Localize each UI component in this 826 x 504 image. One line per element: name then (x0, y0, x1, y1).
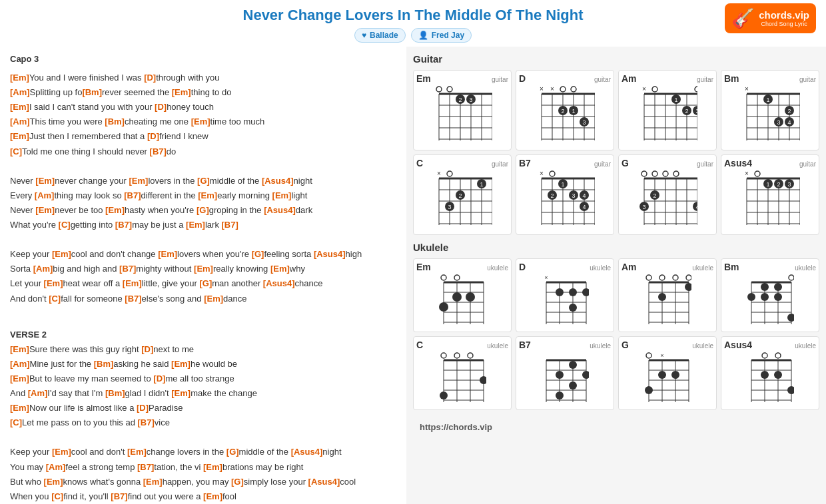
chord-c-guitar: C guitar × (413, 154, 512, 235)
svg-text:2: 2 (458, 97, 462, 103)
svg-text:1: 1 (674, 97, 677, 103)
svg-text:3: 3 (642, 204, 645, 210)
guitar-chords-grid: Em guitar (413, 70, 819, 235)
chord-g-guitar: G guitar (618, 154, 717, 235)
svg-point-12 (447, 87, 452, 92)
svg-text:1: 1 (766, 181, 769, 188)
svg-point-261 (774, 293, 782, 301)
svg-text:×: × (745, 170, 749, 177)
svg-text:3: 3 (695, 108, 697, 115)
song-title: Never Change Lovers In The Middle Of The… (0, 7, 826, 24)
svg-point-330 (762, 353, 767, 358)
svg-point-258 (774, 283, 782, 291)
lyrics-line: You may [Am]feel a strong temp [B7]tatio… (10, 460, 396, 475)
header: Never Change Lovers In The Middle Of The… (0, 0, 826, 47)
lyrics-line: [Em]Sure there was this guy right [D]nex… (10, 342, 396, 357)
header-badges: ♥ Ballade 👤 Fred Jay (0, 28, 826, 43)
lyrics-line: [Em]Now our life is almost like a [D]Par… (10, 401, 396, 415)
chords-panel-footer: https://chords.vip (413, 417, 819, 435)
genre-badge: ♥ Ballade (354, 28, 406, 43)
svg-text:×: × (544, 274, 548, 281)
svg-text:2: 2 (561, 108, 564, 115)
chord-bm-guitar: Bm guitar × (721, 70, 819, 150)
lyrics-line: [Am]Mine just for the [Bm]asking he said… (10, 357, 396, 372)
guitar-section-title: Guitar (413, 53, 819, 65)
svg-point-296 (582, 371, 589, 379)
lyrics-line: Never [Em]never change your [Em]lovers i… (10, 174, 396, 188)
chord-asus4-guitar: Asus4 guitar (721, 154, 819, 235)
lyrics-line: Sorta [Am]big and high and [B7]mighty wi… (10, 262, 396, 276)
svg-point-157 (663, 171, 668, 176)
svg-point-297 (569, 381, 577, 389)
lyrics-line: And [Am]I'd say that I'm [Bm]glad I didn… (10, 386, 396, 401)
svg-point-242 (658, 293, 666, 301)
lyrics-panel: Capo 3 [Em]You and I were finished I was… (0, 47, 406, 504)
svg-point-259 (747, 293, 755, 301)
svg-text:2: 2 (777, 181, 780, 188)
lyrics-content: [Em]You and I were finished I was [D]thr… (10, 71, 396, 504)
svg-text:3: 3 (787, 181, 791, 188)
svg-text:4: 4 (582, 192, 586, 199)
svg-point-204 (466, 292, 475, 302)
svg-point-332 (761, 371, 769, 379)
capo-info: Capo 3 (10, 52, 396, 67)
svg-point-106 (447, 171, 452, 176)
lyrics-spacer (10, 430, 396, 445)
svg-point-34 (560, 87, 566, 92)
svg-point-58 (652, 87, 657, 92)
chord-g-ukulele: G ukulele × (618, 336, 717, 410)
lyrics-line: [C]Told me one thing I should never [B7]… (10, 144, 396, 159)
svg-point-35 (571, 87, 576, 92)
svg-text:2: 2 (685, 108, 688, 115)
lyrics-line: [Am]Splitting up fo[Bm]rever seemed the … (10, 85, 396, 100)
ukulele-section-title: Ukulele (413, 242, 819, 253)
svg-point-59 (695, 87, 697, 92)
svg-point-11 (436, 87, 442, 92)
chord-asus4-ukulele: Asus4 ukulele (721, 336, 819, 410)
svg-text:3: 3 (777, 119, 780, 126)
lyrics-line: [Em]But to leave my man seemed to [D]me … (10, 372, 396, 386)
lyrics-line: [Am]This time you were [Bm]cheating me o… (10, 115, 396, 129)
svg-point-276 (441, 353, 446, 358)
lyrics-line: Every [Am]thing may look so [B7]differen… (10, 188, 396, 203)
chord-d-guitar: D guitar (516, 70, 614, 150)
svg-point-278 (468, 353, 473, 358)
svg-point-240 (686, 275, 691, 280)
svg-text:2: 2 (550, 192, 554, 199)
logo-box: 🎸 chords.vip Chord Song Lyric (725, 3, 816, 33)
svg-point-277 (454, 353, 460, 358)
svg-text:3: 3 (572, 192, 575, 199)
svg-point-280 (440, 391, 448, 399)
lyrics-line: When you [C]find it, you'll [B7]find out… (10, 489, 396, 504)
svg-point-333 (774, 371, 782, 379)
svg-point-241 (685, 283, 691, 291)
svg-text:3: 3 (582, 119, 586, 126)
lyrics-spacer (10, 306, 396, 321)
svg-text:1: 1 (561, 181, 564, 188)
svg-point-158 (673, 171, 679, 176)
lyrics-line: What you're [C]getting into [B7]may be j… (10, 218, 396, 232)
svg-point-202 (454, 275, 460, 280)
logo-subtitle: Chord Song Lyric (759, 21, 809, 28)
svg-point-181 (755, 171, 760, 176)
svg-point-262 (787, 314, 794, 322)
svg-point-205 (439, 302, 448, 312)
svg-point-223 (569, 304, 577, 312)
svg-text:×: × (642, 85, 646, 93)
svg-text:3: 3 (469, 97, 472, 103)
svg-text:×: × (540, 85, 544, 93)
chords-panel: Guitar Em guitar (406, 47, 826, 504)
lyrics-spacer (10, 159, 396, 174)
svg-text:3: 3 (448, 204, 451, 210)
svg-point-257 (761, 283, 769, 291)
lyrics-line: [Em]Just then I remembered that a [D]fri… (10, 129, 396, 144)
svg-text:2: 2 (458, 192, 462, 199)
svg-point-222 (582, 288, 589, 296)
lyrics-line: Let your [Em]heat wear off a [Em]little,… (10, 276, 396, 291)
svg-point-156 (652, 171, 657, 176)
svg-point-334 (787, 386, 794, 394)
svg-point-316 (645, 386, 653, 394)
lyrics-line: Keep your [Em]cool and don't [Em]change … (10, 445, 396, 459)
svg-text:×: × (437, 170, 441, 177)
svg-point-260 (761, 293, 769, 301)
